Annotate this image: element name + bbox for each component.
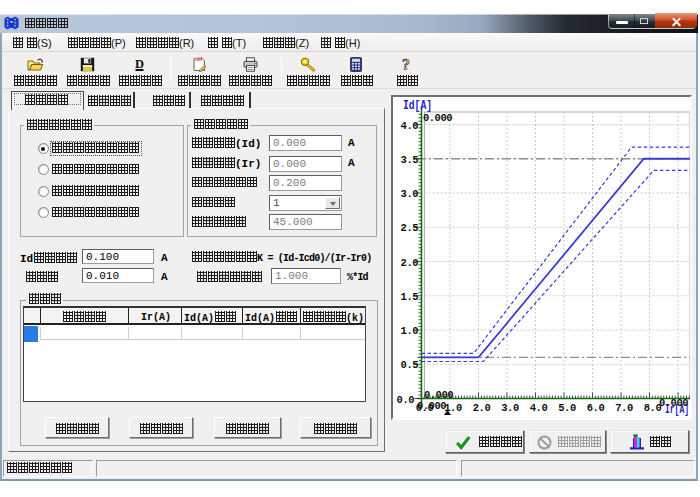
svg-text:0.000: 0.000 [659,397,688,409]
svg-text:2.0: 2.0 [473,402,491,414]
svg-text:3.0: 3.0 [501,402,519,414]
svg-text:Id[A]: Id[A] [403,99,432,113]
svg-text:4.0: 4.0 [530,402,548,414]
svg-text:3.0: 3.0 [401,188,419,200]
svg-text:1.0: 1.0 [401,325,419,337]
svg-text:0.5: 0.5 [401,359,419,371]
svg-text:1.5: 1.5 [401,291,419,303]
svg-text:0.000: 0.000 [423,112,452,124]
svg-text:5.0: 5.0 [558,402,576,414]
svg-text:4.0: 4.0 [401,120,419,132]
svg-text:?: ? [402,57,410,73]
svg-text:6.0: 6.0 [587,402,605,414]
svg-text:D: D [135,57,144,71]
svg-text:3.5: 3.5 [401,154,419,166]
svg-text:EXL: EXL [195,57,203,61]
svg-text:2.5: 2.5 [401,222,419,234]
svg-text:0.0: 0.0 [397,394,415,406]
svg-text:2.0: 2.0 [401,257,419,269]
svg-text:0.000: 0.000 [417,400,446,412]
svg-text:7.0: 7.0 [615,402,633,414]
